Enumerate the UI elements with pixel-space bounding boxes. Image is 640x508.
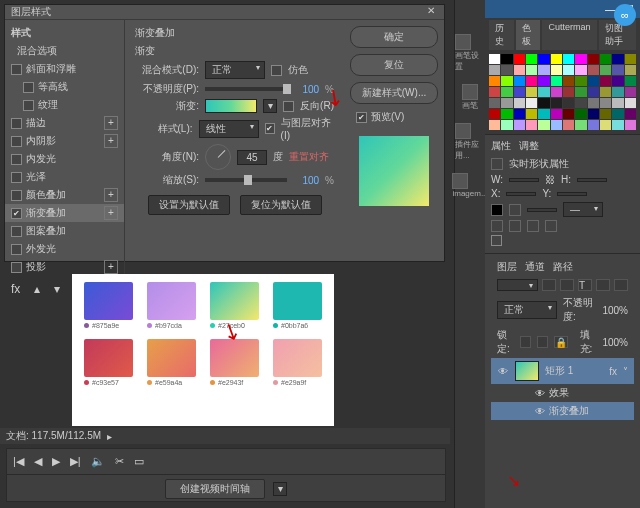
w-field[interactable] — [509, 178, 539, 182]
gradient-overlay-row[interactable]: 👁渐变叠加 — [491, 402, 634, 420]
color-swatch[interactable] — [526, 54, 537, 64]
color-swatch[interactable] — [588, 87, 599, 97]
ext-imagem[interactable]: imagem... — [452, 173, 487, 198]
eye-fx-icon[interactable]: 👁 — [535, 388, 545, 399]
color-swatch[interactable] — [489, 76, 500, 86]
reset-default-button[interactable]: 复位为默认值 — [240, 195, 322, 215]
angle-value[interactable]: 45 — [237, 150, 267, 165]
ext-brushes[interactable]: 画笔 — [462, 84, 478, 111]
style-checkbox[interactable] — [11, 226, 22, 237]
color-swatch[interactable] — [625, 120, 636, 130]
align-checkbox[interactable] — [265, 123, 275, 134]
color-swatch[interactable] — [489, 98, 500, 108]
style-item-5[interactable]: 内发光 — [5, 150, 124, 168]
style-checkbox[interactable] — [11, 136, 22, 147]
color-swatch[interactable] — [600, 109, 611, 119]
color-swatch[interactable] — [563, 76, 574, 86]
color-swatch[interactable] — [526, 76, 537, 86]
color-swatch[interactable] — [514, 120, 525, 130]
color-swatch[interactable] — [563, 98, 574, 108]
color-swatch[interactable] — [551, 54, 562, 64]
tab-properties[interactable]: 属性 — [491, 139, 511, 153]
fx-up-icon[interactable]: ▴ — [34, 282, 40, 296]
filter-image-icon[interactable] — [542, 279, 556, 291]
color-swatch[interactable] — [551, 65, 562, 75]
color-swatch[interactable] — [501, 76, 512, 86]
color-swatch[interactable] — [600, 65, 611, 75]
filter-text-icon[interactable]: T — [578, 279, 592, 291]
color-swatch[interactable] — [514, 109, 525, 119]
angle-dial[interactable] — [205, 144, 231, 170]
style-checkbox[interactable] — [11, 172, 22, 183]
color-swatch[interactable] — [575, 65, 586, 75]
color-swatch[interactable] — [526, 109, 537, 119]
color-swatch[interactable] — [489, 54, 500, 64]
gradient-swatch[interactable] — [210, 282, 259, 320]
fx-add-icon[interactable]: fx — [11, 282, 20, 296]
color-swatch[interactable] — [501, 120, 512, 130]
color-swatch[interactable] — [538, 65, 549, 75]
color-swatch[interactable] — [501, 87, 512, 97]
gradient-swatch[interactable] — [147, 282, 196, 320]
style-checkbox[interactable] — [11, 118, 22, 129]
color-swatch[interactable] — [551, 98, 562, 108]
color-swatch[interactable] — [489, 120, 500, 130]
add-instance-icon[interactable]: + — [104, 134, 118, 148]
transition-icon[interactable]: ▭ — [134, 455, 144, 468]
y-field[interactable] — [557, 192, 587, 196]
reset-align-link[interactable]: 重置对齐 — [289, 150, 329, 164]
lock-position-icon[interactable] — [537, 336, 548, 348]
blend-mode-select[interactable]: 正常 — [205, 61, 265, 79]
color-swatch[interactable] — [501, 109, 512, 119]
corner-bl-icon[interactable] — [545, 220, 557, 232]
gradient-preview[interactable] — [205, 99, 257, 113]
split-icon[interactable]: ✂ — [115, 455, 124, 468]
style-item-9[interactable]: 图案叠加 — [5, 222, 124, 240]
preview-checkbox[interactable] — [356, 112, 367, 123]
lock-pixels-icon[interactable] — [520, 336, 531, 348]
play-icon[interactable]: ▶ — [52, 455, 60, 468]
link-icon[interactable]: ⛓ — [545, 174, 555, 185]
style-checkbox[interactable] — [11, 64, 22, 75]
style-item-0[interactable]: 斜面和浮雕 — [5, 60, 124, 78]
layer-name[interactable]: 矩形 1 — [545, 364, 573, 378]
color-swatch[interactable] — [612, 54, 623, 64]
tab-paths[interactable]: 路径 — [553, 260, 573, 274]
color-swatch[interactable] — [612, 120, 623, 130]
color-swatch[interactable] — [514, 65, 525, 75]
corner-tr-icon[interactable] — [509, 220, 521, 232]
color-swatch[interactable] — [625, 65, 636, 75]
color-swatch[interactable] — [612, 98, 623, 108]
color-swatch[interactable] — [588, 54, 599, 64]
color-swatch[interactable] — [538, 76, 549, 86]
layer-row[interactable]: 👁 矩形 1 fx ˅ — [491, 358, 634, 384]
color-swatch[interactable] — [551, 120, 562, 130]
filter-shape-icon[interactable] — [596, 279, 610, 291]
color-swatch[interactable] — [575, 120, 586, 130]
color-swatch[interactable] — [563, 54, 574, 64]
tab-swatches[interactable]: 色板 — [516, 20, 541, 50]
new-style-button[interactable]: 新建样式(W)... — [350, 82, 438, 104]
statusbar-arrow-icon[interactable]: ▸ — [107, 431, 112, 442]
scale-value[interactable]: 100 — [293, 175, 319, 186]
style-checkbox[interactable] — [11, 244, 22, 255]
color-swatch[interactable] — [588, 76, 599, 86]
color-swatch[interactable] — [588, 65, 599, 75]
color-swatch[interactable] — [489, 65, 500, 75]
style-checkbox[interactable] — [11, 262, 22, 273]
stroke-width-field[interactable] — [527, 208, 557, 212]
next-frame-icon[interactable]: ▶| — [70, 455, 81, 468]
color-swatch[interactable] — [588, 98, 599, 108]
color-swatch[interactable] — [612, 65, 623, 75]
style-item-3[interactable]: 描边+ — [5, 114, 124, 132]
tab-cutterman[interactable]: Cutterman — [542, 20, 596, 50]
ok-button[interactable]: 确定 — [350, 26, 438, 48]
filter-smart-icon[interactable] — [614, 279, 628, 291]
corner-tl-icon[interactable] — [491, 220, 503, 232]
scale-slider[interactable] — [205, 178, 287, 182]
fx-down-icon[interactable]: ▾ — [54, 282, 60, 296]
color-swatch[interactable] — [575, 54, 586, 64]
color-swatch[interactable] — [538, 109, 549, 119]
color-swatch[interactable] — [625, 98, 636, 108]
eye-grad-icon[interactable]: 👁 — [535, 406, 545, 417]
